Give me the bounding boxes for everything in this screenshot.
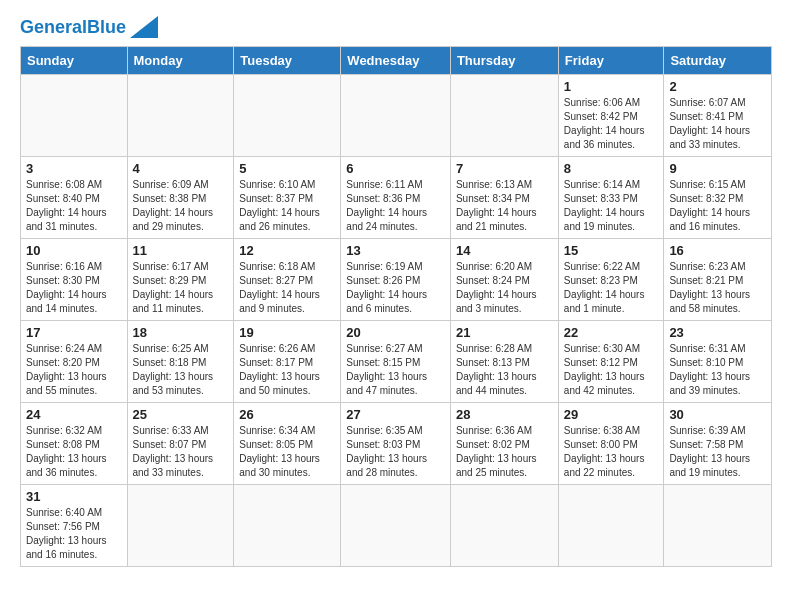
calendar-cell: 30Sunrise: 6:39 AM Sunset: 7:58 PM Dayli… bbox=[664, 403, 772, 485]
calendar-cell: 19Sunrise: 6:26 AM Sunset: 8:17 PM Dayli… bbox=[234, 321, 341, 403]
day-number: 5 bbox=[239, 161, 335, 176]
logo-icon bbox=[130, 16, 158, 38]
day-number: 8 bbox=[564, 161, 659, 176]
calendar-cell: 20Sunrise: 6:27 AM Sunset: 8:15 PM Dayli… bbox=[341, 321, 451, 403]
calendar-cell: 28Sunrise: 6:36 AM Sunset: 8:02 PM Dayli… bbox=[450, 403, 558, 485]
day-info: Sunrise: 6:19 AM Sunset: 8:26 PM Dayligh… bbox=[346, 260, 445, 316]
calendar-cell: 5Sunrise: 6:10 AM Sunset: 8:37 PM Daylig… bbox=[234, 157, 341, 239]
calendar-header: SundayMondayTuesdayWednesdayThursdayFrid… bbox=[21, 47, 772, 75]
day-info: Sunrise: 6:25 AM Sunset: 8:18 PM Dayligh… bbox=[133, 342, 229, 398]
calendar-cell bbox=[127, 75, 234, 157]
day-info: Sunrise: 6:17 AM Sunset: 8:29 PM Dayligh… bbox=[133, 260, 229, 316]
calendar-cell bbox=[450, 75, 558, 157]
day-number: 4 bbox=[133, 161, 229, 176]
svg-marker-0 bbox=[130, 16, 158, 38]
calendar-cell: 25Sunrise: 6:33 AM Sunset: 8:07 PM Dayli… bbox=[127, 403, 234, 485]
logo: GeneralBlue bbox=[20, 16, 158, 38]
calendar-cell: 31Sunrise: 6:40 AM Sunset: 7:56 PM Dayli… bbox=[21, 485, 128, 567]
day-info: Sunrise: 6:16 AM Sunset: 8:30 PM Dayligh… bbox=[26, 260, 122, 316]
calendar-cell: 8Sunrise: 6:14 AM Sunset: 8:33 PM Daylig… bbox=[558, 157, 664, 239]
day-number: 28 bbox=[456, 407, 553, 422]
day-number: 12 bbox=[239, 243, 335, 258]
calendar-cell: 2Sunrise: 6:07 AM Sunset: 8:41 PM Daylig… bbox=[664, 75, 772, 157]
calendar-cell: 26Sunrise: 6:34 AM Sunset: 8:05 PM Dayli… bbox=[234, 403, 341, 485]
day-info: Sunrise: 6:09 AM Sunset: 8:38 PM Dayligh… bbox=[133, 178, 229, 234]
day-info: Sunrise: 6:27 AM Sunset: 8:15 PM Dayligh… bbox=[346, 342, 445, 398]
day-info: Sunrise: 6:14 AM Sunset: 8:33 PM Dayligh… bbox=[564, 178, 659, 234]
calendar-cell: 9Sunrise: 6:15 AM Sunset: 8:32 PM Daylig… bbox=[664, 157, 772, 239]
day-number: 18 bbox=[133, 325, 229, 340]
week-row-1: 1Sunrise: 6:06 AM Sunset: 8:42 PM Daylig… bbox=[21, 75, 772, 157]
day-info: Sunrise: 6:33 AM Sunset: 8:07 PM Dayligh… bbox=[133, 424, 229, 480]
calendar-cell: 21Sunrise: 6:28 AM Sunset: 8:13 PM Dayli… bbox=[450, 321, 558, 403]
day-number: 3 bbox=[26, 161, 122, 176]
day-info: Sunrise: 6:32 AM Sunset: 8:08 PM Dayligh… bbox=[26, 424, 122, 480]
day-number: 14 bbox=[456, 243, 553, 258]
calendar-cell: 18Sunrise: 6:25 AM Sunset: 8:18 PM Dayli… bbox=[127, 321, 234, 403]
week-row-3: 10Sunrise: 6:16 AM Sunset: 8:30 PM Dayli… bbox=[21, 239, 772, 321]
calendar-cell: 12Sunrise: 6:18 AM Sunset: 8:27 PM Dayli… bbox=[234, 239, 341, 321]
day-number: 30 bbox=[669, 407, 766, 422]
day-info: Sunrise: 6:35 AM Sunset: 8:03 PM Dayligh… bbox=[346, 424, 445, 480]
day-info: Sunrise: 6:30 AM Sunset: 8:12 PM Dayligh… bbox=[564, 342, 659, 398]
calendar-cell bbox=[341, 75, 451, 157]
calendar-cell: 15Sunrise: 6:22 AM Sunset: 8:23 PM Dayli… bbox=[558, 239, 664, 321]
day-header-tuesday: Tuesday bbox=[234, 47, 341, 75]
calendar-cell: 7Sunrise: 6:13 AM Sunset: 8:34 PM Daylig… bbox=[450, 157, 558, 239]
day-number: 13 bbox=[346, 243, 445, 258]
calendar-cell: 10Sunrise: 6:16 AM Sunset: 8:30 PM Dayli… bbox=[21, 239, 128, 321]
day-info: Sunrise: 6:34 AM Sunset: 8:05 PM Dayligh… bbox=[239, 424, 335, 480]
day-number: 21 bbox=[456, 325, 553, 340]
calendar-cell bbox=[450, 485, 558, 567]
day-header-friday: Friday bbox=[558, 47, 664, 75]
day-number: 22 bbox=[564, 325, 659, 340]
week-row-4: 17Sunrise: 6:24 AM Sunset: 8:20 PM Dayli… bbox=[21, 321, 772, 403]
day-number: 7 bbox=[456, 161, 553, 176]
calendar-cell: 16Sunrise: 6:23 AM Sunset: 8:21 PM Dayli… bbox=[664, 239, 772, 321]
calendar-cell: 22Sunrise: 6:30 AM Sunset: 8:12 PM Dayli… bbox=[558, 321, 664, 403]
day-number: 17 bbox=[26, 325, 122, 340]
day-header-wednesday: Wednesday bbox=[341, 47, 451, 75]
calendar-cell: 13Sunrise: 6:19 AM Sunset: 8:26 PM Dayli… bbox=[341, 239, 451, 321]
day-number: 2 bbox=[669, 79, 766, 94]
day-number: 10 bbox=[26, 243, 122, 258]
day-number: 20 bbox=[346, 325, 445, 340]
week-row-6: 31Sunrise: 6:40 AM Sunset: 7:56 PM Dayli… bbox=[21, 485, 772, 567]
calendar-cell bbox=[127, 485, 234, 567]
day-info: Sunrise: 6:15 AM Sunset: 8:32 PM Dayligh… bbox=[669, 178, 766, 234]
calendar-cell: 6Sunrise: 6:11 AM Sunset: 8:36 PM Daylig… bbox=[341, 157, 451, 239]
calendar-cell bbox=[21, 75, 128, 157]
day-info: Sunrise: 6:11 AM Sunset: 8:36 PM Dayligh… bbox=[346, 178, 445, 234]
day-number: 31 bbox=[26, 489, 122, 504]
calendar-cell: 29Sunrise: 6:38 AM Sunset: 8:00 PM Dayli… bbox=[558, 403, 664, 485]
calendar-cell: 24Sunrise: 6:32 AM Sunset: 8:08 PM Dayli… bbox=[21, 403, 128, 485]
calendar-cell bbox=[234, 75, 341, 157]
day-number: 15 bbox=[564, 243, 659, 258]
calendar-body: 1Sunrise: 6:06 AM Sunset: 8:42 PM Daylig… bbox=[21, 75, 772, 567]
calendar-cell: 11Sunrise: 6:17 AM Sunset: 8:29 PM Dayli… bbox=[127, 239, 234, 321]
calendar-cell bbox=[664, 485, 772, 567]
day-info: Sunrise: 6:06 AM Sunset: 8:42 PM Dayligh… bbox=[564, 96, 659, 152]
day-info: Sunrise: 6:24 AM Sunset: 8:20 PM Dayligh… bbox=[26, 342, 122, 398]
day-info: Sunrise: 6:28 AM Sunset: 8:13 PM Dayligh… bbox=[456, 342, 553, 398]
calendar-cell: 4Sunrise: 6:09 AM Sunset: 8:38 PM Daylig… bbox=[127, 157, 234, 239]
day-header-thursday: Thursday bbox=[450, 47, 558, 75]
day-info: Sunrise: 6:20 AM Sunset: 8:24 PM Dayligh… bbox=[456, 260, 553, 316]
day-info: Sunrise: 6:39 AM Sunset: 7:58 PM Dayligh… bbox=[669, 424, 766, 480]
day-number: 16 bbox=[669, 243, 766, 258]
day-number: 19 bbox=[239, 325, 335, 340]
day-info: Sunrise: 6:31 AM Sunset: 8:10 PM Dayligh… bbox=[669, 342, 766, 398]
calendar-cell: 17Sunrise: 6:24 AM Sunset: 8:20 PM Dayli… bbox=[21, 321, 128, 403]
day-number: 29 bbox=[564, 407, 659, 422]
day-number: 1 bbox=[564, 79, 659, 94]
week-row-2: 3Sunrise: 6:08 AM Sunset: 8:40 PM Daylig… bbox=[21, 157, 772, 239]
day-info: Sunrise: 6:18 AM Sunset: 8:27 PM Dayligh… bbox=[239, 260, 335, 316]
calendar-cell: 1Sunrise: 6:06 AM Sunset: 8:42 PM Daylig… bbox=[558, 75, 664, 157]
day-number: 23 bbox=[669, 325, 766, 340]
day-info: Sunrise: 6:23 AM Sunset: 8:21 PM Dayligh… bbox=[669, 260, 766, 316]
day-number: 26 bbox=[239, 407, 335, 422]
day-number: 11 bbox=[133, 243, 229, 258]
header: GeneralBlue bbox=[20, 16, 772, 38]
day-number: 6 bbox=[346, 161, 445, 176]
day-info: Sunrise: 6:26 AM Sunset: 8:17 PM Dayligh… bbox=[239, 342, 335, 398]
